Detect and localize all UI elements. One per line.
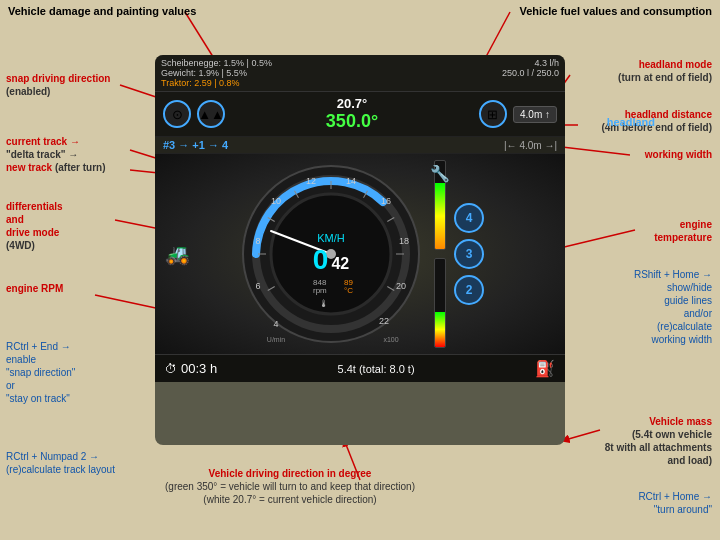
rshift-home-label: RShift + Home →show/hideguide linesand/o… (634, 268, 712, 346)
svg-text:rpm: rpm (313, 286, 327, 295)
snap-icon[interactable]: ⊙ (163, 100, 191, 128)
headland-text-label: headland (607, 116, 655, 128)
svg-text:4: 4 (273, 319, 278, 329)
svg-text:20: 20 (396, 281, 406, 291)
fuel-info: 4.3 l/h 250.0 l / 250.0 (502, 58, 559, 88)
engine-rpm-label: engine RPM (6, 282, 63, 295)
svg-text:10: 10 (271, 196, 281, 206)
vehicle-icon: 🚜 (165, 242, 190, 266)
dashboard: Scheibenegge: 1.5% | 0.5% Gewicht: 1.9% … (155, 55, 565, 445)
svg-line-13 (565, 430, 600, 440)
wrench-icon: 🔧 (430, 164, 450, 183)
engine-temp-label: enginetemperature (654, 218, 712, 244)
svg-text:°C: °C (344, 286, 353, 295)
angle-display: 20.7° 350.0° (225, 96, 479, 132)
track-bar: ⊙ ▲▲ 20.7° 350.0° ⊞ 4.0m ↑ (155, 92, 565, 137)
bottom-bar: ⏱ 00:3 h 5.4t (total: 8.0 t) ⛽ (155, 354, 565, 382)
svg-text:U/min: U/min (267, 336, 285, 343)
track-num-bar: #3 → +1 → 4 |← 4.0m →| (155, 137, 565, 154)
gear-4-button[interactable]: 4 (454, 203, 484, 233)
rctrl-end-label: RCtrl + End →enable"snap direction"or"st… (6, 340, 75, 405)
mass-display: 5.4t (total: 8.0 t) (217, 363, 535, 375)
timer-icon: ⏱ (165, 362, 177, 376)
svg-line-11 (560, 230, 635, 248)
vehicle-direction-label: Vehicle driving direction in degree (gre… (165, 467, 415, 506)
current-track-label: current track →"delta track" →new track … (6, 135, 105, 174)
svg-text:18: 18 (399, 236, 409, 246)
vehicle-mass-label: Vehicle mass(5.4t own vehicle8t with all… (605, 415, 712, 467)
svg-text:12: 12 (306, 176, 316, 186)
center-display: KM/H 0 42 (313, 232, 349, 276)
speedo-area: 4 6 8 10 12 14 16 18 20 22 U/min x100 84… (155, 154, 565, 354)
rctrl-numpad2-label: RCtrl + Numpad 2 →(re)calculate track la… (6, 450, 115, 476)
gear-2-button[interactable]: 2 (454, 275, 484, 305)
gear-buttons: 4 3 2 (454, 203, 484, 305)
svg-text:16: 16 (381, 196, 391, 206)
right-track-icons: ⊞ 4.0m ↑ (479, 100, 557, 128)
svg-text:14: 14 (346, 176, 356, 186)
svg-text:🌡: 🌡 (319, 298, 329, 309)
hud-top-bar: Scheibenegge: 1.5% | 0.5% Gewicht: 1.9% … (155, 55, 565, 92)
differentials-label: differentialsanddrive mode(4WD) (6, 200, 63, 252)
svg-text:22: 22 (379, 316, 389, 326)
top-left-title: Vehicle damage and painting values (8, 4, 196, 18)
working-width-display: 4.0m ↑ (513, 106, 557, 123)
gauge-container: 4 6 8 10 12 14 16 18 20 22 U/min x100 84… (236, 159, 426, 349)
track-mode-icon[interactable]: ▲▲ (197, 100, 225, 128)
track-icons: ⊙ ▲▲ (163, 100, 225, 128)
svg-text:6: 6 (255, 281, 260, 291)
fuel-icon: ⛽ (535, 359, 555, 378)
svg-text:x100: x100 (383, 336, 398, 343)
working-width-label: working width (645, 148, 712, 161)
damage-info: Scheibenegge: 1.5% | 0.5% Gewicht: 1.9% … (161, 58, 272, 88)
rctrl-home-label: RCtrl + Home →"turn around" (638, 490, 712, 516)
gear-3-button[interactable]: 3 (454, 239, 484, 269)
top-right-title: Vehicle fuel values and consumption (519, 4, 712, 18)
headland-mode-label: headland mode(turn at end of field) (618, 58, 712, 84)
headland-icon[interactable]: ⊞ (479, 100, 507, 128)
snap-driving-label: snap driving direction(enabled) (6, 72, 110, 98)
svg-text:8: 8 (255, 236, 260, 246)
fuel-bar (434, 258, 446, 348)
gauge-bars (434, 160, 446, 348)
timer-display: 00:3 h (181, 361, 217, 376)
